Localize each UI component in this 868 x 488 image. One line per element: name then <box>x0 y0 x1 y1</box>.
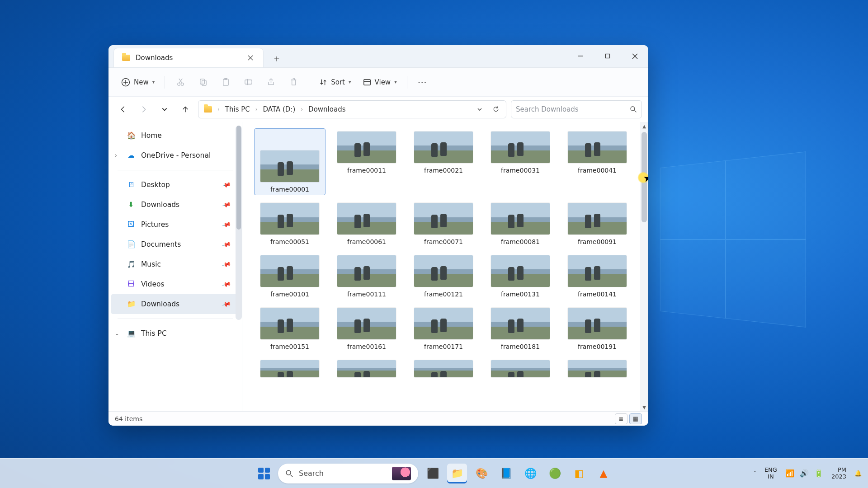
file-item[interactable]: frame00051 <box>254 200 326 248</box>
file-item[interactable]: frame00041 <box>561 128 633 195</box>
svg-rect-6 <box>223 79 228 85</box>
sort-button[interactable]: Sort ▾ <box>315 73 355 91</box>
taskbar-app-taskview[interactable]: ⬛ <box>423 464 443 483</box>
file-item[interactable]: frame00031 <box>485 128 556 195</box>
scroll-up-button[interactable]: ▲ <box>640 122 648 130</box>
file-item[interactable] <box>331 357 402 380</box>
file-item[interactable]: frame00081 <box>485 200 556 248</box>
file-item[interactable]: frame00121 <box>408 252 479 300</box>
sidebar-item-desktop[interactable]: 🖥 Desktop 📌 <box>111 175 239 195</box>
clock[interactable]: PM 2023 <box>831 467 846 480</box>
address-dropdown-button[interactable] <box>472 102 487 117</box>
taskbar-app-chrome[interactable]: 🌐 <box>520 464 540 483</box>
volume-icon[interactable]: 🔊 <box>800 469 809 478</box>
file-item[interactable]: frame00061 <box>331 200 402 248</box>
scrollbar-thumb[interactable] <box>642 132 647 222</box>
tray-chevron-up-icon[interactable]: ˄ <box>753 470 756 477</box>
delete-button[interactable] <box>283 73 303 91</box>
file-item[interactable]: frame00171 <box>408 305 479 352</box>
taskbar[interactable]: Search ⬛ 📁 🎨 📘 🌐 🟢 ◧ ▲ ˄ ENG IN 📶 🔊 🔋 <box>0 458 868 488</box>
file-item[interactable]: frame00021 <box>408 128 479 195</box>
paste-button[interactable] <box>216 73 236 91</box>
file-item[interactable]: frame00011 <box>331 128 402 195</box>
search-icon <box>285 469 293 478</box>
sidebar-item-pictures[interactable]: 🖼 Pictures 📌 <box>111 215 239 235</box>
file-item[interactable]: frame00141 <box>561 252 633 300</box>
sidebar-item-documents[interactable]: 📄 Documents 📌 <box>111 235 239 254</box>
start-button[interactable] <box>255 464 274 483</box>
details-view-button[interactable]: ≣ <box>615 413 627 424</box>
sidebar-item-downloads-current[interactable]: 📁 Downloads 📌 <box>111 294 239 314</box>
back-button[interactable] <box>115 101 131 117</box>
file-item[interactable] <box>561 357 633 380</box>
file-thumbnail <box>491 308 550 339</box>
taskbar-app-explorer[interactable]: 📁 <box>447 464 467 483</box>
breadcrumb-item[interactable]: This PC <box>222 103 253 115</box>
file-item[interactable]: frame00131 <box>485 252 556 300</box>
notifications-icon[interactable]: 🔔 <box>854 470 862 477</box>
recent-locations-button[interactable] <box>156 101 173 117</box>
copy-button[interactable] <box>193 73 213 91</box>
forward-button[interactable] <box>136 101 152 117</box>
sidebar-item-videos[interactable]: 🎞 Videos 📌 <box>111 274 239 294</box>
language-indicator[interactable]: ENG IN <box>764 467 777 480</box>
file-item[interactable]: frame00091 <box>561 200 633 248</box>
wifi-icon[interactable]: 📶 <box>785 469 794 478</box>
new-tab-button[interactable]: ＋ <box>268 49 286 67</box>
close-window-button[interactable] <box>621 45 648 67</box>
taskbar-app-chrome2[interactable]: 🟢 <box>545 464 565 483</box>
taskbar-app-notepad[interactable]: 📘 <box>496 464 516 483</box>
system-tray[interactable]: 📶 🔊 🔋 <box>785 469 823 478</box>
file-item[interactable] <box>485 357 556 380</box>
file-item[interactable]: frame00181 <box>485 305 556 352</box>
file-item[interactable]: frame00001 <box>254 128 326 195</box>
new-button[interactable]: New ▾ <box>117 73 159 91</box>
refresh-button[interactable] <box>489 102 503 117</box>
file-item[interactable]: frame00151 <box>254 305 326 352</box>
file-grid[interactable]: frame00001frame00011frame00021frame00031… <box>242 122 640 411</box>
up-button[interactable] <box>177 101 193 117</box>
thumbnails-view-button[interactable]: ▦ <box>629 413 642 424</box>
file-item[interactable] <box>408 357 479 380</box>
content-scrollbar[interactable]: ▲ ▼ <box>640 122 648 411</box>
scrollbar-thumb[interactable] <box>236 126 241 230</box>
taskbar-app-paint[interactable]: 🎨 <box>472 464 491 483</box>
sidebar-scrollbar[interactable] <box>236 126 242 320</box>
sidebar-item-onedrive[interactable]: › ☁ OneDrive - Personal <box>111 145 239 165</box>
address-bar[interactable]: › This PC › DATA (D:) › Downloads <box>198 100 506 118</box>
file-item[interactable]: frame00111 <box>331 252 402 300</box>
breadcrumb-item[interactable]: Downloads <box>306 103 348 115</box>
cut-button[interactable] <box>170 73 190 91</box>
file-item[interactable]: frame00191 <box>561 305 633 352</box>
share-button[interactable] <box>261 73 281 91</box>
taskbar-app-generic[interactable]: ◧ <box>569 464 589 483</box>
sidebar-item-thispc[interactable]: ⌄ 💻 This PC <box>111 324 239 343</box>
battery-icon[interactable]: 🔋 <box>814 469 823 478</box>
chevron-right-icon[interactable]: › <box>115 152 117 159</box>
window-tab[interactable]: Downloads <box>114 48 263 67</box>
search-input[interactable] <box>516 105 625 113</box>
file-item[interactable]: frame00161 <box>331 305 402 352</box>
navigation-pane[interactable]: 🏠 Home › ☁ OneDrive - Personal 🖥 Desktop… <box>108 122 242 411</box>
file-item[interactable]: frame00071 <box>408 200 479 248</box>
tab-close-button[interactable] <box>244 52 257 64</box>
scroll-down-button[interactable]: ▼ <box>640 403 648 411</box>
taskbar-search[interactable]: Search <box>278 464 418 483</box>
pin-icon: 📌 <box>221 239 231 249</box>
search-box[interactable] <box>511 100 642 118</box>
file-name: frame00101 <box>270 291 309 298</box>
more-options-button[interactable]: ⋯ <box>413 73 433 91</box>
taskbar-search-label: Search <box>299 469 387 478</box>
breadcrumb-item[interactable]: DATA (D:) <box>260 103 298 115</box>
file-item[interactable] <box>254 357 326 380</box>
maximize-button[interactable] <box>594 45 621 67</box>
file-item[interactable]: frame00101 <box>254 252 326 300</box>
sidebar-item-music[interactable]: 🎵 Music 📌 <box>111 254 239 274</box>
sidebar-item-downloads[interactable]: ⬇ Downloads 📌 <box>111 195 239 215</box>
minimize-button[interactable] <box>567 45 594 67</box>
view-button[interactable]: View ▾ <box>359 73 401 91</box>
chevron-down-icon[interactable]: ⌄ <box>115 330 119 337</box>
rename-button[interactable] <box>238 73 258 91</box>
taskbar-app-vlc[interactable]: ▲ <box>594 464 613 483</box>
sidebar-item-home[interactable]: 🏠 Home <box>111 126 239 145</box>
